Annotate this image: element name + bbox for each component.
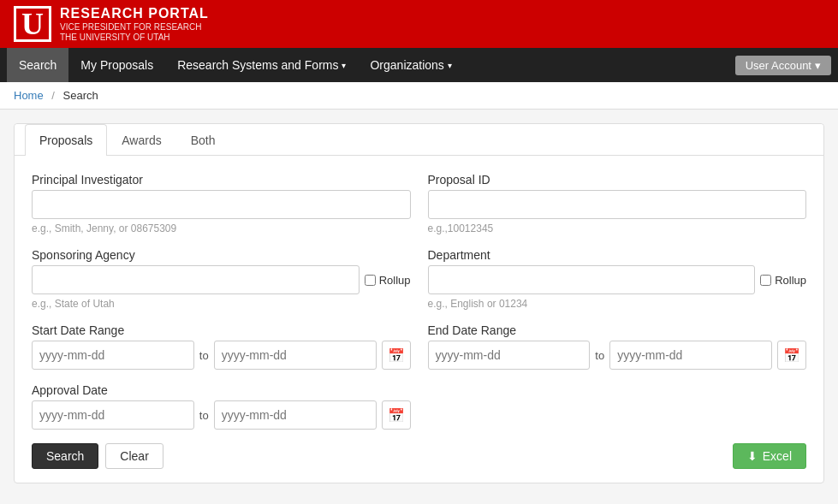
- form-row-2: Sponsoring Agency Rollup e.g., State of …: [32, 248, 806, 310]
- form-group-pi: Principal Investigator e.g., Smith, Jenn…: [32, 173, 411, 234]
- approval-date-range-group: to 📅: [32, 400, 411, 430]
- form-group-approval-date: Approval Date to 📅: [32, 383, 411, 430]
- sponsoring-hint: e.g., State of Utah: [32, 298, 411, 310]
- start-date-calendar-btn[interactable]: 📅: [382, 341, 411, 370]
- end-date-calendar-btn[interactable]: 📅: [777, 341, 806, 370]
- excel-button[interactable]: ⬇ Excel: [733, 443, 806, 469]
- header: U RESEARCH PORTAL VICE PRESIDENT FOR RES…: [0, 0, 838, 48]
- proposal-id-label: Proposal ID: [428, 173, 807, 187]
- start-date-to-input[interactable]: [214, 341, 377, 370]
- start-date-range-group: to 📅: [32, 341, 411, 370]
- proposal-id-input[interactable]: [428, 190, 807, 219]
- breadcrumb-home[interactable]: Home: [14, 89, 44, 102]
- tab-awards[interactable]: Awards: [107, 124, 175, 156]
- nav-label-myproposals: My Proposals: [80, 58, 153, 72]
- pi-label: Principal Investigator: [32, 173, 411, 187]
- excel-label: Excel: [763, 449, 792, 463]
- department-input-row: Rollup: [428, 265, 807, 294]
- logo-subtitle1: VICE PRESIDENT FOR RESEARCH: [60, 22, 209, 33]
- form-group-start-date: Start Date Range to 📅: [32, 323, 411, 370]
- nav-user-caret: ▾: [815, 59, 821, 72]
- sponsoring-input[interactable]: [32, 265, 360, 294]
- form-group-department: Department Rollup e.g., English or 01234: [428, 248, 807, 310]
- nav-label-organizations: Organizations: [370, 58, 443, 72]
- end-date-range-group: to 📅: [428, 341, 807, 370]
- department-rollup-text: Rollup: [775, 274, 806, 287]
- pi-hint: e.g., Smith, Jenny, or 08675309: [32, 222, 411, 234]
- end-date-to: to: [595, 349, 604, 362]
- department-label: Department: [428, 248, 807, 262]
- logo-text: RESEARCH PORTAL VICE PRESIDENT FOR RESEA…: [60, 5, 209, 42]
- sponsoring-rollup-label[interactable]: Rollup: [365, 274, 411, 287]
- form-group-end-date: End Date Range to 📅: [428, 323, 807, 370]
- nav-caret-research-systems: ▾: [342, 61, 346, 70]
- start-date-to: to: [199, 349, 209, 362]
- proposal-id-hint: e.g.,10012345: [428, 222, 807, 234]
- sponsoring-input-row: Rollup: [32, 265, 411, 294]
- end-date-label: End Date Range: [428, 323, 807, 337]
- form-group-proposal-id: Proposal ID e.g.,10012345: [428, 173, 807, 234]
- pi-input[interactable]: [32, 190, 411, 219]
- department-rollup-checkbox[interactable]: [760, 275, 771, 286]
- breadcrumb-current: Search: [63, 89, 98, 102]
- end-date-to-input[interactable]: [609, 341, 772, 370]
- nav-user-menu[interactable]: User Account ▾: [735, 56, 831, 75]
- tabs: Proposals Awards Both: [15, 124, 823, 156]
- department-input[interactable]: [428, 265, 756, 294]
- form-row-3: Start Date Range to 📅 End Date Range to: [32, 323, 806, 370]
- sponsoring-rollup-text: Rollup: [379, 274, 411, 287]
- nav-item-research-systems[interactable]: Research Systems and Forms ▾: [165, 48, 358, 82]
- form-row-1: Principal Investigator e.g., Smith, Jenn…: [32, 173, 806, 234]
- nav-label-research-systems: Research Systems and Forms: [177, 58, 338, 72]
- nav-item-search[interactable]: Search: [7, 48, 68, 82]
- nav-item-myproposals[interactable]: My Proposals: [68, 48, 165, 82]
- logo-u: U: [14, 6, 51, 42]
- tab-both[interactable]: Both: [176, 124, 230, 156]
- nav-label-search: Search: [19, 58, 56, 72]
- tab-container: Proposals Awards Both Principal Investig…: [14, 123, 824, 483]
- approval-date-label: Approval Date: [32, 383, 411, 397]
- clear-button[interactable]: Clear: [105, 443, 163, 469]
- form-actions: Search Clear ⬇ Excel: [32, 443, 806, 469]
- breadcrumb-separator: /: [51, 89, 55, 102]
- department-hint: e.g., English or 01234: [428, 298, 807, 310]
- approval-date-from[interactable]: [32, 400, 194, 430]
- form-group-sponsoring: Sponsoring Agency Rollup e.g., State of …: [32, 248, 411, 310]
- btn-group-left: Search Clear: [32, 443, 163, 469]
- approval-date-to-input[interactable]: [214, 400, 377, 430]
- form-body: Principal Investigator e.g., Smith, Jenn…: [15, 156, 823, 483]
- nav-caret-organizations: ▾: [448, 61, 452, 70]
- approval-date-calendar-btn[interactable]: 📅: [382, 400, 411, 430]
- nav-user-label: User Account: [746, 59, 811, 72]
- nav-right: User Account ▾: [735, 56, 831, 75]
- logo-title: RESEARCH PORTAL: [60, 5, 209, 21]
- logo-subtitle2: THE UNIVERSITY OF UTAH: [60, 33, 209, 43]
- sponsoring-label: Sponsoring Agency: [32, 248, 411, 262]
- sponsoring-rollup-checkbox[interactable]: [365, 275, 376, 286]
- btn-group-right: ⬇ Excel: [733, 443, 806, 469]
- start-date-from[interactable]: [32, 341, 194, 370]
- start-date-label: Start Date Range: [32, 323, 411, 337]
- nav-item-organizations[interactable]: Organizations ▾: [358, 48, 463, 82]
- tab-proposals[interactable]: Proposals: [25, 124, 107, 156]
- logo: U RESEARCH PORTAL VICE PRESIDENT FOR RES…: [14, 5, 209, 42]
- end-date-from[interactable]: [428, 341, 591, 370]
- search-button[interactable]: Search: [32, 443, 98, 469]
- excel-icon: ⬇: [747, 449, 758, 463]
- approval-date-to: to: [199, 409, 209, 422]
- department-rollup-label[interactable]: Rollup: [760, 274, 806, 287]
- form-row-4: Approval Date to 📅: [32, 383, 806, 430]
- main-content: Proposals Awards Both Principal Investig…: [0, 110, 838, 497]
- nav: Search My Proposals Research Systems and…: [0, 48, 838, 82]
- breadcrumb: Home / Search: [0, 82, 838, 110]
